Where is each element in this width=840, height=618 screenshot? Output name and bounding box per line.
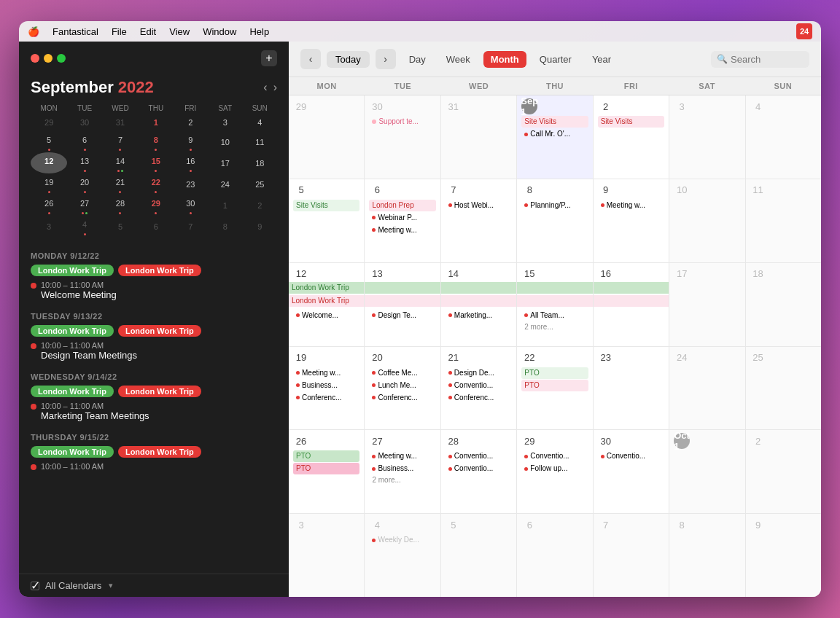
cal-day-aug29[interactable]: 29 [289,95,364,179]
list-item[interactable]: All Team... [521,310,588,321]
apple-logo[interactable]: 🍎 [28,26,39,37]
badge-london-red[interactable]: London Work Trip [118,325,201,337]
list-item[interactable]: London Prep [369,200,435,211]
today-button[interactable]: Today [327,51,370,68]
cal-day-sep18[interactable]: 18 [746,263,821,346]
cal-day-oct6[interactable]: 6 [517,514,592,597]
list-item[interactable]: Site Visits [521,116,588,128]
list-item[interactable]: Weekly De... [369,534,435,546]
list-item[interactable]: Meeting w... [598,200,664,211]
badge-london-green[interactable]: London Work Trip [31,386,114,397]
cal-day-sep23[interactable]: 23 [594,347,669,430]
list-item[interactable]: Business... [369,463,435,474]
cal-day-sep20[interactable]: 20 Coffee Me... Lunch Me... Conferenc... [365,347,440,430]
cal-day-sep4[interactable]: 4 [746,95,821,179]
view-year-button[interactable]: Year [585,51,618,68]
list-item[interactable]: Follow up... [521,463,588,474]
view-quarter-button[interactable]: Quarter [532,51,579,68]
list-item[interactable]: PTO [293,463,359,474]
span-event-pink[interactable]: London Work Trip [289,295,364,307]
view-month-button[interactable]: Month [483,51,526,68]
list-item[interactable]: Conventio... [446,463,512,474]
maximize-button[interactable] [57,54,66,63]
all-calendars-checkbox[interactable]: ✓ [31,582,39,590]
menu-view[interactable]: View [169,26,190,37]
minimize-button[interactable] [44,54,52,63]
prev-button[interactable]: ‹ [300,49,321,69]
cal-day-sep6[interactable]: 6 London Prep Webinar P... Meeting w... [365,179,440,262]
list-item[interactable]: 10:00 – 11:00 AM Welcome Meeting [31,281,277,300]
list-item[interactable]: Webinar P... [369,212,435,224]
view-week-button[interactable]: Week [439,51,478,68]
cal-day-sep26[interactable]: 26 PTO PTO [289,430,364,513]
list-item[interactable]: Welcome... [293,310,359,321]
list-item[interactable]: Design Te... [369,310,435,321]
list-item[interactable]: Planning/P... [521,200,588,211]
sidebar-footer[interactable]: ✓ All Calendars ▾ [19,574,289,597]
list-item[interactable]: Conferenc... [293,392,359,404]
cal-day-sep8[interactable]: 8 Planning/P... [517,179,592,262]
search-input[interactable] [731,54,804,65]
list-item[interactable]: PTO [521,380,588,391]
list-item[interactable]: Site Visits [293,200,359,211]
cal-day-oct5[interactable]: 5 [441,514,516,597]
cal-day-sep28[interactable]: 28 Conventio... Conventio... [441,430,516,513]
list-item[interactable]: 10:00 – 11:00 AM Marketing Team Meetings [31,402,277,421]
cal-day-oct3[interactable]: 3 [289,514,364,597]
list-item[interactable]: Conventio... [446,380,512,391]
cal-day-oct7[interactable]: 7 [594,514,669,597]
cal-day-aug31[interactable]: 31 [441,95,516,179]
cal-day-sep29[interactable]: 29 Conventio... Follow up... [517,430,592,513]
cal-day-sep9[interactable]: 9 Meeting w... [594,179,669,262]
cal-day-sep2[interactable]: 2 Site Visits [594,95,669,179]
cal-day-sep3[interactable]: 3 [669,95,744,179]
list-item[interactable]: Conventio... [521,450,588,462]
cal-day-oct9[interactable]: 9 [746,514,821,597]
list-item[interactable]: 10:00 – 11:00 AM Design Team Meetings [31,341,277,361]
cal-day-sep1[interactable]: Sep 1 Site Visits Call Mr. O'... [517,95,592,179]
list-item[interactable]: PTO [521,367,588,379]
cal-day-sep15[interactable]: 15 All Team... 2 more... [517,263,592,346]
cal-day-sep10[interactable]: 10 [669,179,744,262]
badge-london-red[interactable]: London Work Trip [118,446,201,458]
menu-help[interactable]: Help [249,26,269,37]
list-item[interactable]: Meeting w... [369,224,435,236]
cal-day-sep24[interactable]: 24 [669,347,744,430]
list-item[interactable]: Conventio... [446,450,512,462]
badge-london-green[interactable]: London Work Trip [31,325,114,337]
list-item[interactable]: Site Visits [598,116,664,128]
list-item[interactable]: Marketing... [446,310,512,321]
cal-day-sep27[interactable]: 27 Meeting w... Business... 2 more... [365,430,440,513]
badge-london-green[interactable]: London Work Trip [31,265,114,276]
next-button[interactable]: › [376,49,396,69]
mini-cal-next[interactable]: › [273,81,277,94]
cal-day-sep11[interactable]: 11 [746,179,821,262]
badge-london-red[interactable]: London Work Trip [118,386,201,397]
cal-day-sep17[interactable]: 17 [669,263,744,346]
cal-day-sep7[interactable]: 7 Host Webi... [441,179,516,262]
menu-file[interactable]: File [112,26,127,37]
cal-day-sep30[interactable]: 30 Conventio... [594,430,669,513]
mini-cal-prev[interactable]: ‹ [263,81,267,94]
add-event-button[interactable]: + [261,50,277,66]
list-item[interactable]: Lunch Me... [369,380,435,391]
search-box[interactable]: 🔍 [711,51,809,68]
more-events[interactable]: 2 more... [369,475,435,485]
cal-day-oct2[interactable]: 2 [746,430,821,513]
cal-day-sep14[interactable]: 14 Marketing... [441,263,516,346]
cal-day-oct8[interactable]: 8 [669,514,744,597]
cal-day-oct1[interactable]: Oct 1 [669,430,744,513]
cal-day-oct4[interactable]: 4 Weekly De... [365,514,440,597]
list-item[interactable]: Conventio... [598,450,664,462]
badge-london-green[interactable]: London Work Trip [31,446,114,458]
list-item[interactable]: PTO [293,450,359,462]
list-item[interactable]: Conferenc... [369,392,435,404]
view-day-button[interactable]: Day [402,51,433,68]
list-item[interactable]: 10:00 – 11:00 AM [31,462,277,471]
cal-day-sep12[interactable]: 12 London Work Trip London Work Trip Wel… [289,263,364,346]
more-events[interactable]: 2 more... [521,322,588,332]
list-item[interactable]: Host Webi... [446,200,512,211]
cal-day-sep16[interactable]: 16 [594,263,669,346]
list-item[interactable]: Call Mr. O'... [521,128,588,140]
list-item[interactable]: Business... [293,380,359,391]
